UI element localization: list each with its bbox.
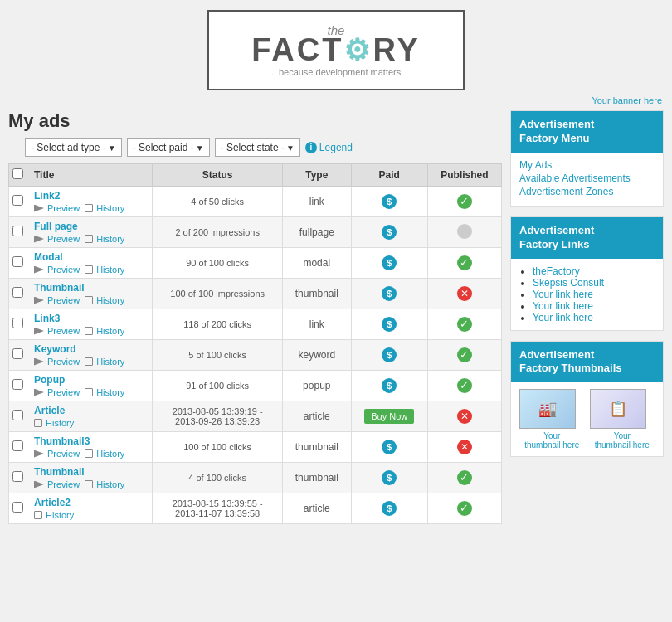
preview-link[interactable]: Preview — [34, 295, 80, 305]
sidebar-item-my-ads[interactable]: My Ads — [519, 159, 655, 171]
table-row: ModalPreviewHistory90 of 100 clicksmodal… — [9, 248, 502, 279]
thumb-label-2: Yourthumbnail here — [590, 431, 655, 449]
history-link[interactable]: History — [85, 357, 124, 367]
link-your-2[interactable]: Your link here — [533, 300, 593, 312]
row-checkbox-cell — [9, 493, 27, 524]
preview-link[interactable]: Preview — [34, 387, 80, 397]
link-skepsis[interactable]: Skepsis Consult — [533, 277, 604, 289]
preview-link[interactable]: Preview — [34, 203, 80, 213]
thumbnail-slot-1[interactable]: 🏭 Yourthumbnail here — [519, 389, 585, 449]
row-checkbox[interactable] — [12, 502, 23, 513]
paid-icon-blue: $ — [382, 286, 397, 301]
preview-link[interactable]: Preview — [34, 234, 80, 244]
history-link[interactable]: History — [85, 265, 124, 275]
sidebar-menu-content: My Ads Available Advertisements Advertis… — [511, 153, 663, 206]
history-link[interactable]: History — [85, 479, 124, 489]
paid-icon-blue: $ — [382, 194, 397, 209]
state-filter[interactable]: - Select state - ▼ — [215, 138, 300, 157]
table-row: Article2History2013-08-15 13:39:55 -2013… — [9, 493, 502, 524]
row-checkbox[interactable] — [12, 318, 23, 328]
thumbnail-slot-2[interactable]: 📋 Yourthumbnail here — [590, 389, 655, 449]
ad-type-label: - Select ad type - — [31, 142, 106, 153]
row-title-cell: Article2History — [27, 493, 153, 524]
ad-name-link[interactable]: Popup — [34, 374, 145, 386]
select-all-checkbox[interactable] — [12, 168, 23, 179]
row-checkbox[interactable] — [12, 287, 23, 298]
row-paid-cell: Buy Now — [351, 401, 427, 432]
paid-icon-blue: $ — [382, 378, 397, 393]
row-checkbox[interactable] — [12, 226, 23, 236]
sidebar-item-available-ads[interactable]: Available Advertisements — [519, 173, 655, 184]
history-link[interactable]: History — [85, 326, 124, 336]
preview-link[interactable]: Preview — [34, 449, 80, 459]
row-published-cell: ✓ — [427, 371, 501, 401]
preview-link[interactable]: Preview — [34, 357, 80, 367]
ad-name-link[interactable]: Thumbnail — [34, 282, 145, 294]
published-icon-green: ✓ — [457, 317, 472, 332]
history-link[interactable]: History — [34, 418, 74, 428]
row-checkbox[interactable] — [12, 440, 23, 451]
history-link[interactable]: History — [85, 449, 124, 459]
history-icon — [85, 296, 93, 304]
row-published-cell: ✓ — [427, 463, 501, 493]
row-checkbox[interactable] — [12, 410, 23, 420]
ad-name-link[interactable]: Link2 — [34, 190, 145, 202]
legend-button[interactable]: i Legend — [305, 142, 353, 153]
buy-now-button[interactable]: Buy Now — [364, 409, 414, 424]
row-checkbox[interactable] — [12, 471, 23, 482]
logo-container: the FACT⚙RY ... because development matt… — [0, 0, 672, 94]
preview-link[interactable]: Preview — [34, 326, 80, 336]
row-checkbox[interactable] — [12, 256, 23, 267]
row-type-cell: modal — [282, 248, 351, 279]
row-published-cell — [427, 217, 501, 248]
ad-name-link[interactable]: Link3 — [34, 313, 145, 324]
ad-name-link[interactable]: Article — [34, 405, 145, 416]
row-status-cell: 5 of 100 clicks — [153, 340, 283, 371]
col-published: Published — [427, 164, 501, 187]
published-icon-green: ✓ — [457, 378, 472, 393]
history-link[interactable]: History — [34, 510, 74, 520]
published-icon-green: ✓ — [457, 470, 472, 485]
row-paid-cell: $ — [351, 279, 427, 309]
paid-icon-blue: $ — [382, 347, 397, 362]
paid-filter[interactable]: - Select paid - ▼ — [127, 138, 210, 157]
row-checkbox[interactable] — [12, 348, 23, 359]
history-link[interactable]: History — [85, 234, 124, 244]
history-icon — [85, 235, 93, 243]
history-link[interactable]: History — [85, 203, 124, 213]
preview-link[interactable]: Preview — [34, 479, 80, 489]
sidebar-thumbnails-content: 🏭 Yourthumbnail here 📋 Yourthumbnail her… — [511, 382, 663, 456]
link-the-factory[interactable]: theFactory — [533, 265, 580, 277]
row-checkbox[interactable] — [12, 195, 23, 206]
main-layout: My ads - Select ad type - ▼ - Select pai… — [0, 107, 672, 532]
row-checkbox-cell — [9, 279, 27, 309]
paid-icon-blue: $ — [382, 225, 397, 240]
history-link[interactable]: History — [85, 387, 124, 397]
ad-name-link[interactable]: Thumbnail3 — [34, 435, 145, 447]
link-your-3[interactable]: Your link here — [533, 312, 593, 323]
row-status-cell: 118 of 200 clicks — [153, 309, 283, 340]
preview-link[interactable]: Preview — [34, 265, 80, 275]
history-link[interactable]: History — [85, 295, 124, 305]
logo-gear-icon: ⚙ — [343, 33, 373, 67]
sidebar-links-title: AdvertisementFactory Links — [511, 217, 663, 259]
link-your-1[interactable]: Your link here — [533, 289, 593, 300]
sidebar: AdvertisementFactory Menu My Ads Availab… — [510, 110, 664, 524]
row-type-cell: keyword — [282, 340, 351, 371]
ad-name-link[interactable]: Modal — [34, 251, 145, 263]
ad-name-link[interactable]: Full page — [34, 221, 145, 232]
ad-type-filter[interactable]: - Select ad type - ▼ — [25, 138, 122, 157]
ad-name-link[interactable]: Article2 — [34, 497, 145, 508]
row-checkbox[interactable] — [12, 379, 23, 390]
row-checkbox-cell — [9, 248, 27, 279]
sidebar-menu-box: AdvertisementFactory Menu My Ads Availab… — [510, 110, 664, 207]
paid-icon-blue: $ — [382, 470, 397, 485]
preview-icon — [34, 266, 44, 274]
ad-name-link[interactable]: Keyword — [34, 343, 145, 355]
logo-fact: FACT — [251, 32, 343, 67]
sidebar-item-ad-zones[interactable]: Advertisement Zones — [519, 186, 655, 197]
row-paid-cell: $ — [351, 432, 427, 463]
ad-name-link[interactable]: Thumbnail — [34, 466, 145, 478]
row-paid-cell: $ — [351, 340, 427, 371]
preview-icon — [34, 297, 44, 304]
